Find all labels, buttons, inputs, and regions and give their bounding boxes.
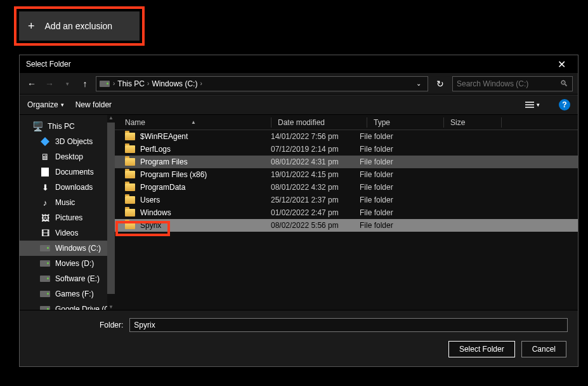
column-name[interactable]: Name ▲ — [115, 118, 271, 127]
file-type: File folder — [360, 183, 429, 192]
dialog-title: Select Folder — [23, 60, 549, 69]
folder-icon — [125, 209, 135, 216]
chevron-icon: › — [147, 80, 149, 87]
file-row[interactable]: Spyrix08/02/2022 5:56 pmFile folder — [115, 219, 578, 232]
searchbox[interactable]: 🔍︎ — [452, 76, 573, 91]
file-date: 01/02/2022 2:47 pm — [271, 208, 360, 217]
file-type: File folder — [360, 221, 429, 230]
3dobjects-icon — [40, 136, 50, 147]
tree-thispc[interactable]: 🖥️This PC — [20, 119, 115, 134]
breadcrumb-thispc[interactable]: This PC — [117, 79, 145, 88]
content: 🖥️This PC 3D Objects 🖥Desktop Documents … — [20, 115, 578, 310]
cancel-button[interactable]: Cancel — [521, 341, 566, 357]
drive-icon — [40, 243, 50, 253]
tree-pictures[interactable]: 🖼Pictures — [20, 210, 115, 225]
file-list-header[interactable]: Name ▲ Date modified Type Size — [115, 115, 578, 130]
tree-drive-g[interactable]: Google Drive (G: — [20, 302, 115, 310]
file-row[interactable]: Program Files08/01/2022 4:31 pmFile fold… — [115, 156, 578, 168]
folder-input[interactable] — [129, 318, 568, 332]
downloads-icon: ⬇ — [40, 182, 50, 192]
file-name: Program Files — [140, 157, 188, 166]
pc-icon: 🖥️ — [32, 121, 42, 131]
file-name: Program Files (x86) — [140, 170, 207, 179]
scroll-up-icon[interactable]: ▲ — [107, 115, 115, 121]
tree-scrollbar[interactable]: ▲ ▼ — [107, 115, 115, 310]
tree-documents[interactable]: Documents — [20, 164, 115, 180]
drive-icon — [99, 78, 110, 90]
file-date: 08/02/2022 5:56 pm — [271, 221, 360, 230]
refresh-button[interactable]: ↻ — [432, 76, 448, 91]
footer: Folder: Select Folder Cancel — [20, 310, 578, 366]
file-date: 08/01/2022 4:32 pm — [271, 183, 360, 192]
tree-drive-f[interactable]: Games (F:) — [20, 286, 115, 302]
forward-button[interactable]: → — [42, 77, 56, 91]
file-name: Users — [140, 196, 160, 204]
tree-music[interactable]: ♪Music — [20, 195, 115, 210]
pictures-icon: 🖼 — [40, 213, 50, 223]
folder-label: Folder: — [100, 321, 123, 329]
column-date[interactable]: Date modified — [278, 118, 367, 127]
folder-icon — [125, 171, 135, 178]
tree-videos[interactable]: 🎞Videos — [20, 225, 115, 241]
tree-3dobjects[interactable]: 3D Objects — [20, 134, 115, 149]
tree-drive-c[interactable]: Windows (C:) — [20, 241, 115, 256]
scroll-thumb[interactable] — [107, 123, 115, 294]
back-button[interactable]: ← — [25, 77, 39, 91]
scroll-down-icon[interactable]: ▼ — [107, 304, 115, 310]
breadcrumb[interactable]: › This PC › Windows (C:) › ⌄ — [96, 76, 428, 91]
file-name: PerfLogs — [140, 145, 171, 154]
documents-icon — [40, 167, 50, 177]
file-row[interactable]: PerfLogs07/12/2019 2:14 pmFile folder — [115, 143, 578, 156]
drive-icon — [40, 274, 50, 284]
column-size[interactable]: Size — [450, 118, 501, 127]
file-date: 19/01/2022 4:15 pm — [271, 170, 360, 179]
close-button[interactable]: ✕ — [549, 58, 574, 70]
breadcrumb-windows-c[interactable]: Windows (C:) — [152, 79, 197, 88]
search-input[interactable] — [457, 79, 560, 88]
tree-drive-e[interactable]: Software (E:) — [20, 271, 115, 286]
tree-downloads[interactable]: ⬇Downloads — [20, 180, 115, 195]
music-icon: ♪ — [40, 197, 50, 208]
file-name: $WinREAgent — [140, 132, 188, 141]
file-list: Name ▲ Date modified Type Size $WinREAge… — [115, 115, 578, 310]
add-exclusion-button[interactable]: + Add an exclusion — [19, 11, 140, 41]
file-row[interactable]: Windows01/02/2022 2:47 pmFile folder — [115, 206, 578, 219]
drive-icon — [40, 304, 50, 310]
file-date: 07/12/2019 2:14 pm — [271, 145, 360, 154]
drive-icon — [40, 258, 50, 269]
organize-button[interactable]: Organize ▾ — [27, 100, 64, 109]
chevron-icon: › — [113, 80, 115, 87]
column-type[interactable]: Type — [374, 118, 443, 127]
file-row[interactable]: Program Files (x86)19/01/2022 4:15 pmFil… — [115, 168, 578, 181]
file-type: File folder — [360, 157, 429, 166]
plus-icon: + — [28, 20, 35, 33]
drive-icon — [40, 289, 50, 299]
file-name: Spyrix — [140, 221, 161, 230]
file-type: File folder — [360, 170, 429, 179]
file-type: File folder — [360, 208, 429, 217]
tree-desktop[interactable]: 🖥Desktop — [20, 149, 115, 164]
add-exclusion-label: Add an exclusion — [45, 21, 113, 31]
file-row[interactable]: $WinREAgent14/01/2022 7:56 pmFile folder — [115, 130, 578, 143]
toolbar: Organize ▾ New folder ▾ ? — [20, 95, 578, 115]
videos-icon: 🎞 — [40, 228, 50, 238]
file-date: 08/01/2022 4:31 pm — [271, 157, 360, 166]
file-type: File folder — [360, 196, 429, 204]
up-button[interactable]: ↑ — [78, 77, 92, 91]
recent-dropdown[interactable]: ▾ — [60, 77, 74, 91]
folder-icon — [125, 196, 135, 204]
file-row[interactable]: Users25/12/2021 2:37 pmFile folder — [115, 194, 578, 206]
file-row[interactable]: ProgramData08/01/2022 4:32 pmFile folder — [115, 181, 578, 194]
new-folder-button[interactable]: New folder — [75, 100, 112, 109]
select-folder-button[interactable]: Select Folder — [448, 341, 515, 357]
help-button[interactable]: ? — [559, 99, 570, 110]
breadcrumb-dropdown[interactable]: ⌄ — [412, 80, 425, 87]
folder-icon — [125, 222, 135, 229]
tree-drive-d[interactable]: Movies (D:) — [20, 256, 115, 271]
folder-tree[interactable]: 🖥️This PC 3D Objects 🖥Desktop Documents … — [20, 115, 115, 310]
folder-icon — [125, 145, 135, 153]
file-rows: $WinREAgent14/01/2022 7:56 pmFile folder… — [115, 130, 578, 310]
view-button[interactable]: ▾ — [525, 102, 540, 108]
desktop-icon: 🖥 — [40, 152, 50, 162]
search-icon: 🔍︎ — [560, 79, 568, 88]
